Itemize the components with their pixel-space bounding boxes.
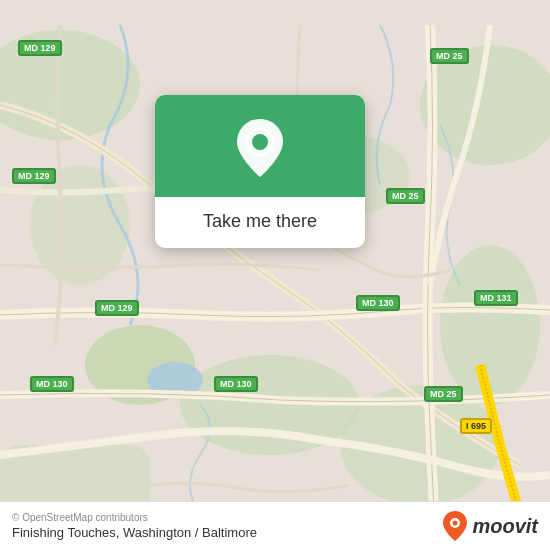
road-badge-md25-bot: MD 25 bbox=[424, 386, 463, 402]
location-icon-container bbox=[233, 117, 287, 179]
road-badge-i695: I 695 bbox=[460, 418, 492, 434]
road-badge-md130-low: MD 130 bbox=[30, 376, 74, 392]
road-badge-md129-mid: MD 129 bbox=[12, 168, 56, 184]
map-container: MD 129 MD 25 MD 129 MD 25 MD 129 MD 130 … bbox=[0, 0, 550, 550]
copyright-text: © OpenStreetMap contributors bbox=[12, 512, 257, 523]
map-background bbox=[0, 0, 550, 550]
location-pin-icon bbox=[233, 117, 287, 179]
road-badge-md129-low: MD 129 bbox=[95, 300, 139, 316]
moovit-wordmark: moovit bbox=[472, 515, 538, 538]
moovit-logo[interactable]: moovit bbox=[442, 510, 538, 542]
location-text: Finishing Touches, Washington / Baltimor… bbox=[12, 525, 257, 540]
popup-button-section[interactable]: Take me there bbox=[155, 197, 365, 248]
svg-point-3 bbox=[440, 245, 540, 405]
svg-point-11 bbox=[252, 134, 268, 150]
svg-point-14 bbox=[453, 521, 458, 526]
road-badge-md131: MD 131 bbox=[474, 290, 518, 306]
road-badge-md25-top: MD 25 bbox=[430, 48, 469, 64]
road-badge-md25-mid: MD 25 bbox=[386, 188, 425, 204]
bottom-bar: © OpenStreetMap contributors Finishing T… bbox=[0, 501, 550, 550]
road-badge-md130-bot: MD 130 bbox=[214, 376, 258, 392]
popup-green-section bbox=[155, 95, 365, 197]
popup-card: Take me there bbox=[155, 95, 365, 248]
bottom-left: © OpenStreetMap contributors Finishing T… bbox=[12, 512, 257, 540]
road-badge-md129-top: MD 129 bbox=[18, 40, 62, 56]
road-badge-md130-mid: MD 130 bbox=[356, 295, 400, 311]
moovit-pin-icon bbox=[442, 510, 468, 542]
take-me-there-button[interactable]: Take me there bbox=[175, 211, 345, 232]
